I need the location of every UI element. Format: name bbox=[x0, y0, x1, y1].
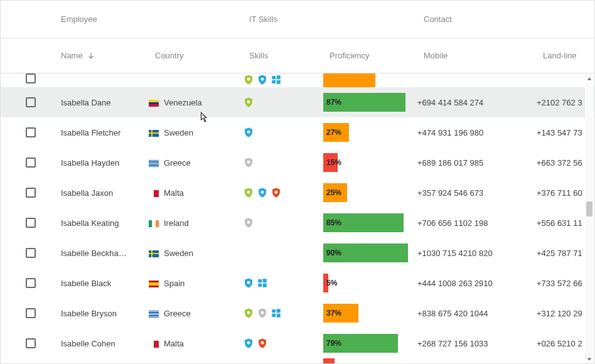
cell-name: Isabelle Bryson bbox=[61, 309, 149, 318]
table-row[interactable]: Isabella JaxonMalta25%+357 924 546 673+3… bbox=[1, 178, 594, 208]
svg-point-8 bbox=[247, 161, 250, 164]
table-row[interactable]: Isabella FletcherSweden27%+474 931 196 9… bbox=[1, 117, 594, 147]
table-row[interactable]: Isabelle BrysonGreece37%+838 675 420 104… bbox=[1, 298, 594, 328]
table-row[interactable]: Isabella KeatingIreland85%+706 656 1102 … bbox=[1, 208, 594, 238]
scrollbar-track[interactable] bbox=[585, 83, 594, 355]
svg-point-10 bbox=[261, 191, 264, 194]
svg-rect-4 bbox=[272, 80, 276, 83]
svg-rect-16 bbox=[258, 284, 262, 287]
cell-skills bbox=[243, 96, 323, 109]
flag-mt-icon bbox=[149, 341, 159, 348]
scrollbar-up-button[interactable] bbox=[585, 75, 594, 83]
cell-proficiency: 15% bbox=[323, 153, 417, 172]
svg-point-11 bbox=[275, 191, 278, 194]
cell-name: Isabelle Beckha… bbox=[61, 249, 149, 258]
cell-proficiency: 37% bbox=[323, 304, 417, 323]
row-checkbox-cell bbox=[1, 248, 61, 258]
table-row[interactable]: Isabelle BlackSpain5%+444 1008 263 2910+… bbox=[1, 268, 594, 298]
cell-skills bbox=[243, 186, 323, 199]
row-checkbox[interactable] bbox=[26, 73, 36, 83]
group-header-contact[interactable]: Contact bbox=[424, 14, 594, 24]
cell-proficiency bbox=[323, 73, 417, 87]
cell-country: Greece bbox=[149, 309, 243, 318]
table-row[interactable]: Isabelle Beckha…Sweden90%+1030 715 4210 … bbox=[1, 238, 594, 268]
row-checkbox-cell bbox=[1, 278, 61, 288]
row-checkbox-cell bbox=[1, 73, 61, 83]
row-checkbox[interactable] bbox=[26, 308, 36, 318]
svg-point-9 bbox=[247, 191, 250, 194]
column-header-landline[interactable]: Land-line bbox=[543, 51, 594, 60]
windows-icon bbox=[271, 73, 282, 86]
svg-rect-5 bbox=[277, 80, 281, 84]
flag-ve-icon bbox=[149, 100, 159, 107]
row-checkbox-cell bbox=[1, 158, 61, 168]
table-row[interactable]: Isabella HaydenGreece15%+689 186 017 985… bbox=[1, 147, 594, 178]
row-checkbox[interactable] bbox=[26, 278, 36, 288]
cell-name: Isabelle Black bbox=[61, 279, 149, 288]
svg-rect-3 bbox=[277, 75, 281, 79]
cell-country: Malta bbox=[149, 188, 243, 198]
cell-mobile: +357 924 546 673 bbox=[417, 188, 537, 198]
flag-es-icon bbox=[149, 281, 159, 287]
cell-proficiency: 25% bbox=[323, 183, 417, 202]
scrollbar-thumb[interactable] bbox=[586, 201, 592, 217]
cell-skills bbox=[243, 307, 323, 319]
svg-point-13 bbox=[247, 281, 250, 284]
grid-body[interactable]: Isabella DaneVenezuela87%+694 414 584 27… bbox=[1, 73, 594, 363]
svg-point-7 bbox=[247, 131, 250, 134]
cell-name: Isabella Jaxon bbox=[61, 188, 149, 198]
cell-mobile: +444 1008 263 2910 bbox=[417, 279, 537, 288]
flag-ie-icon bbox=[149, 220, 159, 227]
group-header-employee[interactable]: Employee bbox=[61, 14, 249, 24]
group-header-it-skills[interactable]: IT Skills bbox=[249, 14, 424, 24]
cell-mobile: +706 656 1102 198 bbox=[417, 218, 537, 228]
cell-name: Isabella Keating bbox=[61, 218, 149, 228]
cell-skills bbox=[243, 277, 323, 289]
row-checkbox[interactable] bbox=[26, 158, 36, 168]
table-row[interactable] bbox=[1, 73, 594, 87]
row-checkbox[interactable] bbox=[26, 218, 36, 228]
cell-mobile: +474 931 196 980 bbox=[417, 128, 537, 137]
flag-se-icon bbox=[149, 250, 159, 257]
svg-point-6 bbox=[247, 100, 250, 104]
svg-point-25 bbox=[261, 341, 264, 345]
vertical-scrollbar[interactable] bbox=[585, 75, 594, 363]
cell-country: Malta bbox=[149, 339, 243, 348]
cell-proficiency: 5% bbox=[323, 274, 417, 292]
flag-gr-icon bbox=[149, 311, 159, 318]
css-icon bbox=[243, 126, 254, 139]
row-checkbox[interactable] bbox=[26, 97, 36, 107]
cell-skills bbox=[243, 73, 323, 86]
column-header-skills[interactable]: Skills bbox=[249, 51, 330, 60]
row-checkbox-cell bbox=[1, 308, 61, 318]
row-checkbox[interactable] bbox=[26, 248, 36, 258]
cell-name: Isabella Hayden bbox=[61, 158, 149, 168]
row-checkbox[interactable] bbox=[26, 188, 36, 198]
column-header-name-label: Name bbox=[61, 51, 83, 60]
column-header-name[interactable]: Name bbox=[61, 51, 155, 60]
css-icon bbox=[257, 186, 268, 199]
table-row[interactable] bbox=[1, 358, 594, 363]
column-header-country[interactable]: Country bbox=[155, 51, 249, 60]
column-header-mobile[interactable]: Mobile bbox=[424, 51, 543, 60]
html5-icon bbox=[271, 186, 282, 199]
table-row[interactable]: Isabella DaneVenezuela87%+694 414 584 27… bbox=[1, 87, 594, 117]
column-header-proficiency[interactable]: Proficiency bbox=[330, 51, 424, 60]
cell-country: Spain bbox=[149, 279, 243, 288]
cell-mobile: +1030 715 4210 820 bbox=[417, 249, 537, 258]
row-checkbox[interactable] bbox=[26, 338, 36, 348]
table-row[interactable]: Isabelle CohenMalta79%+268 727 156 1033+… bbox=[1, 328, 594, 358]
cell-proficiency: 27% bbox=[323, 123, 417, 142]
flag-mt-icon bbox=[149, 190, 159, 197]
row-checkbox[interactable] bbox=[26, 127, 36, 137]
svg-rect-15 bbox=[263, 279, 267, 282]
cell-mobile: +268 727 156 1033 bbox=[417, 339, 537, 348]
css-icon bbox=[257, 73, 268, 86]
scrollbar-down-button[interactable] bbox=[585, 355, 594, 363]
flag-gr-icon bbox=[149, 160, 159, 167]
svg-rect-2 bbox=[272, 76, 276, 79]
cell-proficiency: 87% bbox=[323, 93, 417, 112]
data-grid: Employee IT Skills Contact Name Country … bbox=[0, 0, 595, 364]
apple-icon bbox=[243, 217, 254, 229]
cell-country: Sweden bbox=[149, 249, 243, 258]
